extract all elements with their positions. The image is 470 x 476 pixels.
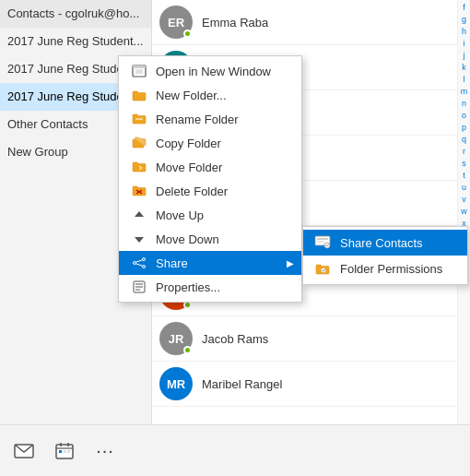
avatar-mr2: MR (159, 367, 193, 400)
contact-name-mr2: Maribel Rangel (202, 377, 282, 391)
alpha-j[interactable]: j (464, 50, 465, 62)
contact-name-jr: Jacob Rams (202, 332, 268, 346)
menu-item-move-up[interactable]: Move Up (119, 203, 301, 227)
submenu-item-share-contacts[interactable]: Share Contacts (303, 230, 467, 256)
more-options-button[interactable]: ··· (92, 438, 118, 464)
submenu-arrow: ▶ (287, 258, 294, 268)
bottom-toolbar: ··· (0, 424, 470, 476)
copy-folder-icon (130, 136, 148, 150)
alpha-f[interactable]: f (463, 2, 465, 14)
context-menu: Open in New Window New Folder... Rename … (118, 55, 302, 303)
alpha-q[interactable]: q (462, 134, 466, 146)
alpha-k[interactable]: k (462, 62, 466, 74)
alpha-r[interactable]: r (463, 146, 465, 158)
menu-item-copy-folder[interactable]: Copy Folder (119, 131, 301, 155)
svg-marker-7 (135, 237, 144, 243)
alpha-g[interactable]: g (462, 14, 466, 26)
svg-point-9 (143, 266, 146, 268)
dots-icon: ··· (96, 440, 114, 461)
svg-rect-2 (135, 69, 143, 74)
svg-marker-6 (135, 211, 144, 217)
contact-item-mr2[interactable]: MR Maribel Rangel (152, 362, 457, 407)
delete-folder-icon (130, 184, 148, 198)
svg-rect-28 (64, 450, 66, 453)
menu-item-delete-folder[interactable]: Delete Folder (119, 179, 301, 203)
alpha-p[interactable]: p (462, 122, 466, 134)
menu-item-open-new-window[interactable]: Open in New Window (119, 59, 301, 83)
alpha-m[interactable]: m (461, 86, 468, 98)
svg-rect-27 (59, 450, 62, 453)
sidebar-item-contacts-cg[interactable]: Contacts - cgolruk@ho... (0, 0, 151, 28)
contact-item-er[interactable]: ER Emma Raba (152, 0, 457, 45)
menu-item-new-folder[interactable]: New Folder... (119, 83, 301, 107)
alpha-h[interactable]: h (462, 26, 466, 38)
menu-item-move-down[interactable]: Move Down (119, 227, 301, 251)
folder-permissions-icon (312, 260, 333, 277)
rename-icon (130, 112, 148, 126)
calendar-button[interactable] (52, 438, 77, 464)
menu-item-move-folder[interactable]: Move Folder (119, 155, 301, 179)
menu-item-share[interactable]: Share ▶ (119, 251, 301, 275)
alpha-v[interactable]: v (462, 194, 466, 206)
menu-item-properties[interactable]: Properties... (119, 275, 301, 299)
alphabet-column: f g h i j k l m n o p q r s t u v w x y … (457, 0, 470, 424)
sidebar-item-2017-june-1[interactable]: 2017 June Reg Student... (0, 28, 151, 55)
contact-item-jr[interactable]: JR Jacob Rams (152, 316, 457, 362)
contact-name-er: Emma Raba (202, 16, 268, 30)
svg-rect-18 (317, 238, 328, 240)
svg-line-11 (135, 260, 142, 262)
alpha-t[interactable]: t (463, 170, 465, 182)
submenu: Share Contacts Folder Permissions (302, 226, 468, 285)
presence-indicator (183, 30, 192, 38)
alpha-l[interactable]: l (464, 74, 465, 86)
alpha-n[interactable]: n (462, 98, 466, 110)
share-icon (130, 256, 148, 270)
alpha-u[interactable]: u (462, 182, 466, 194)
presence-indicator-jr (183, 346, 192, 354)
alpha-i[interactable]: i (464, 38, 465, 50)
mail-button[interactable] (11, 438, 37, 464)
move-down-icon (130, 232, 148, 246)
menu-item-rename-folder[interactable]: Rename Folder (119, 107, 301, 131)
svg-point-10 (134, 262, 136, 265)
alpha-w[interactable]: w (461, 206, 467, 218)
svg-rect-29 (67, 450, 70, 453)
submenu-item-folder-permissions[interactable]: Folder Permissions (303, 256, 467, 281)
window-icon (130, 64, 148, 78)
svg-rect-19 (317, 241, 324, 243)
alpha-o[interactable]: o (462, 110, 466, 122)
avatar-jr: JR (159, 322, 193, 355)
folder-icon (130, 88, 148, 102)
svg-point-8 (143, 258, 146, 261)
svg-rect-1 (133, 65, 146, 68)
avatar-er: ER (159, 6, 193, 39)
move-up-icon (130, 208, 148, 222)
alpha-s[interactable]: s (462, 158, 466, 170)
share-contacts-icon (312, 234, 333, 251)
move-folder-icon (130, 160, 148, 174)
svg-line-12 (135, 264, 142, 266)
svg-point-21 (322, 268, 326, 273)
properties-icon (130, 280, 148, 294)
